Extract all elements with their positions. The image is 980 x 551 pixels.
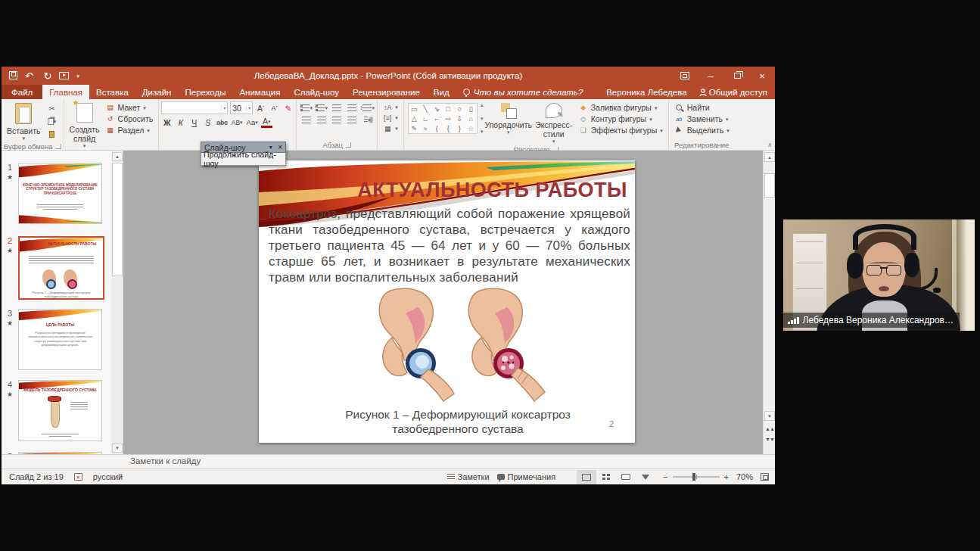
- shape-rect-icon[interactable]: □: [446, 105, 450, 113]
- shape-rightarrow-icon[interactable]: ⇨: [445, 115, 451, 123]
- paragraph-dialog-launcher[interactable]: [346, 142, 351, 148]
- shape-effects-button[interactable]: ❏Эффекты фигуры▾: [577, 125, 664, 135]
- undo-button[interactable]: ↶▾: [25, 71, 36, 81]
- zoom-slider-track[interactable]: [673, 476, 720, 478]
- tab-animations[interactable]: Анимация: [232, 85, 287, 99]
- copy-button[interactable]: ▾: [45, 116, 60, 127]
- shape-oval-icon[interactable]: ○: [458, 105, 462, 113]
- minimize-button[interactable]: –: [698, 67, 723, 85]
- figure-caption[interactable]: Рисунок 1 – Деформирующий коксартроз таз…: [333, 407, 583, 437]
- shape-arrow-icon[interactable]: ⇘: [434, 105, 440, 113]
- shape-scribble-icon[interactable]: ✎: [411, 125, 417, 132]
- shape-corner-icon[interactable]: ⌐: [435, 115, 439, 123]
- decrease-indent-button[interactable]: [331, 102, 343, 114]
- shape-roundrect-icon[interactable]: ▯: [469, 105, 473, 113]
- scroll-up-icon[interactable]: ▲: [764, 152, 775, 162]
- font-name-combo[interactable]: ▾: [161, 101, 228, 114]
- tab-file[interactable]: Файл: [2, 85, 42, 99]
- thumbnail-scroll-up-icon[interactable]: ▲: [112, 152, 123, 161]
- slide-vertical-scrollbar[interactable]: ▲ ▼ ▲▲ ▼▼: [763, 151, 775, 454]
- shapes-scroll-up[interactable]: ▲: [480, 103, 484, 107]
- align-text-button[interactable]: [≡]▾: [381, 113, 400, 123]
- increase-indent-button[interactable]: [347, 102, 358, 114]
- text-direction-button[interactable]: ↕А▾: [381, 102, 400, 112]
- shape-curve-icon[interactable]: ≈: [424, 125, 428, 132]
- tab-slideshow[interactable]: Слайд-шоу: [287, 85, 346, 99]
- slide-counter[interactable]: Слайд 2 из 19: [9, 472, 64, 481]
- change-case-button[interactable]: Аа▾: [246, 117, 259, 128]
- restore-button[interactable]: [723, 67, 749, 85]
- shape-fill-button[interactable]: ◆Заливка фигуры▾: [577, 102, 664, 113]
- spell-check-icon[interactable]: ×: [74, 473, 82, 481]
- clear-formatting-button[interactable]: ✎: [282, 102, 294, 114]
- start-slideshow-button[interactable]: [59, 71, 69, 81]
- align-center-button[interactable]: [316, 114, 328, 126]
- tab-insert[interactable]: Вставка: [89, 85, 135, 99]
- ribbon-display-options-button[interactable]: [672, 67, 698, 85]
- shapes-gallery[interactable]: ▭╲⇘□○▯ △∟⌐⇨⇩⌂ ✎≈({}☆: [408, 103, 478, 134]
- thumbnail-scroll-thumb[interactable]: [112, 163, 123, 276]
- shape-textbox-icon[interactable]: ▭: [411, 105, 418, 113]
- comments-toggle-button[interactable]: Примечания: [497, 472, 556, 481]
- current-slide-canvas[interactable]: АКТУАЛЬНОСТЬ РАБОТЫ Коксартроз, представ…: [259, 160, 635, 443]
- reset-button[interactable]: ↺Сбросить: [104, 114, 155, 124]
- select-button[interactable]: Выделить▾: [673, 125, 731, 135]
- shape-elbow-icon[interactable]: ∟: [422, 115, 429, 123]
- save-button[interactable]: [9, 71, 17, 81]
- slide-body-text[interactable]: Коксартроз, представляющий собой поражен…: [269, 206, 630, 285]
- shape-line-icon[interactable]: ╲: [424, 105, 428, 113]
- cut-button[interactable]: ✂: [45, 103, 60, 114]
- slideshow-popup-caret-icon[interactable]: ▼: [268, 145, 273, 150]
- underline-button[interactable]: Ч: [188, 117, 200, 128]
- replace-button[interactable]: abЗаменить▾: [673, 114, 731, 124]
- format-painter-button[interactable]: [45, 129, 60, 140]
- next-slide-button[interactable]: ▼▼: [764, 434, 775, 444]
- italic-button[interactable]: К: [175, 117, 186, 128]
- shape-downarrow-icon[interactable]: ⇩: [456, 115, 462, 123]
- shape-star-icon[interactable]: ☆: [468, 125, 474, 132]
- language-indicator[interactable]: русский: [93, 472, 123, 481]
- thumbnail-slide-3[interactable]: 3 ★ ЦЕЛЬ РАБОТЫ Разработка методики и пр…: [2, 309, 111, 377]
- shapes-scroll-down[interactable]: ▼: [480, 117, 484, 121]
- shape-home-icon[interactable]: ⌂: [469, 115, 473, 123]
- close-button[interactable]: ×: [749, 67, 775, 85]
- slideshow-view-button[interactable]: [636, 470, 655, 484]
- previous-slide-button[interactable]: ▲▲: [764, 424, 775, 433]
- share-button[interactable]: Общий доступ: [699, 88, 767, 97]
- collapse-ribbon-button[interactable]: ∧: [767, 142, 772, 148]
- zoom-percentage[interactable]: 70%: [736, 472, 753, 481]
- tell-me-box[interactable]: Что вы хотите сделать?: [456, 85, 590, 99]
- font-color-button[interactable]: А▾: [261, 117, 272, 128]
- thumbnail-slide-4[interactable]: 4 ★ МОДЕЛЬ ТАЗОБЕДРЕННОГО СУСТАВА: [2, 380, 111, 448]
- notes-bar[interactable]: Заметки к слайду: [2, 454, 775, 469]
- align-right-button[interactable]: [331, 114, 343, 126]
- normal-view-button[interactable]: [577, 470, 596, 484]
- line-spacing-button[interactable]: ↕▾: [359, 102, 375, 114]
- tab-transitions[interactable]: Переходы: [178, 85, 232, 99]
- webcam-video-tile[interactable]: Лебедева Вероника Александров…: [783, 219, 975, 331]
- redo-button[interactable]: ↻: [43, 71, 51, 81]
- tab-design[interactable]: Дизайн: [135, 85, 179, 99]
- zoom-slider-thumb[interactable]: [692, 473, 695, 481]
- bullets-button[interactable]: ▾: [300, 102, 313, 114]
- thumbnail-scrollbar[interactable]: ▲ ▼: [111, 151, 123, 454]
- bold-button[interactable]: Ж: [161, 117, 173, 128]
- find-button[interactable]: Найти: [673, 102, 731, 113]
- shape-bracer-icon[interactable]: }: [459, 125, 461, 132]
- clipboard-dialog-launcher[interactable]: [56, 144, 61, 149]
- shape-outline-button[interactable]: ◇Контур фигуры▾: [577, 114, 664, 124]
- tab-home[interactable]: Главная: [42, 85, 89, 99]
- paste-button[interactable]: Вставить ▾: [4, 101, 44, 142]
- scroll-down-icon[interactable]: ▼: [764, 411, 775, 421]
- slide-sorter-view-button[interactable]: [596, 470, 616, 484]
- thumbnail-slide-2[interactable]: 2 ★ АКТУАЛЬНОСТЬ РАБОТЫ Рисунок 1 – Дефо…: [2, 236, 111, 306]
- shape-triangle-icon[interactable]: △: [412, 115, 417, 123]
- text-shadow-button[interactable]: S: [202, 117, 213, 128]
- slide-title[interactable]: АКТУАЛЬНОСТЬ РАБОТЫ: [310, 179, 627, 202]
- reading-view-button[interactable]: [616, 470, 636, 484]
- customize-qat-button[interactable]: ▾: [76, 73, 79, 79]
- new-slide-button[interactable]: Создать слайд ▾: [67, 101, 103, 150]
- scroll-thumb[interactable]: [764, 173, 775, 198]
- user-name[interactable]: Вероника Лебедева: [606, 88, 686, 97]
- thumbnail-slide-1[interactable]: 1 ★ КОНЕЧНО-ЭЛЕМЕНТНОЕ МОДЕЛИРОВАНИЕ СТР…: [2, 163, 111, 231]
